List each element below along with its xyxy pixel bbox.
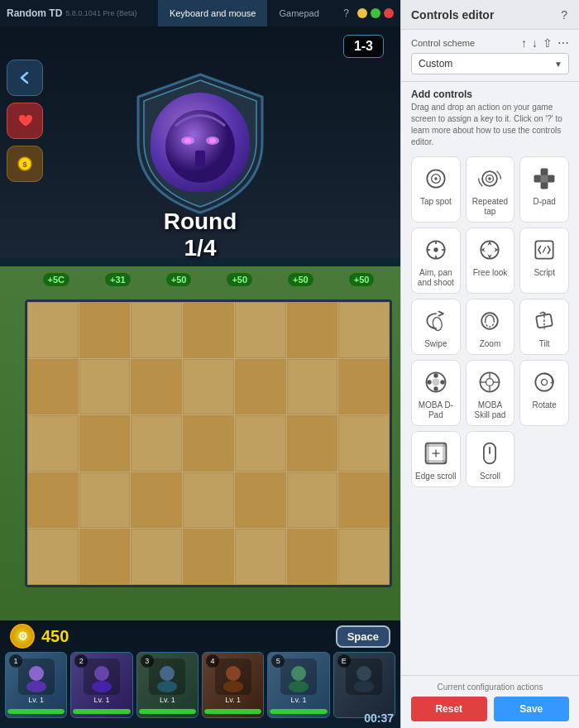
window-controls: ? (338, 7, 394, 19)
grid-cell (338, 415, 390, 472)
scheme-select-wrapper: Custom Default ▼ (411, 53, 569, 74)
control-repeated-tap[interactable]: Repeated tap (466, 156, 515, 223)
free-look-label: Free look (473, 268, 508, 278)
round-display: 1-3 (343, 35, 384, 58)
grid-cell (79, 472, 131, 529)
coin-button[interactable]: $ (7, 146, 43, 182)
save-button[interactable]: Save (494, 697, 570, 721)
hero-slot-level: Lv. 1 (137, 696, 198, 704)
hero-slot-number: 1 (9, 654, 22, 668)
control-tilt[interactable]: Tilt (519, 299, 569, 355)
control-moba-skill-pad[interactable]: MOBA Skill pad (466, 360, 515, 426)
control-dpad[interactable]: D-pad (519, 156, 569, 223)
moba-dpad-icon (421, 367, 451, 397)
grid-cell (27, 302, 79, 358)
svg-point-43 (433, 247, 438, 251)
score-5: +50 (288, 273, 313, 286)
swipe-icon (421, 306, 451, 336)
minimize-button[interactable] (357, 8, 367, 18)
control-swipe[interactable]: Swipe (411, 299, 461, 355)
svg-point-13 (94, 666, 109, 681)
bottom-hud: ⚙ 450 Space 1 Lv. 1 2 (0, 620, 400, 728)
control-scroll[interactable]: Scroll (466, 431, 515, 487)
tilt-icon (529, 306, 559, 336)
menu-icon[interactable]: ⋯ (557, 36, 569, 50)
control-free-look[interactable]: Free look (466, 228, 515, 294)
control-rotate[interactable]: Rotate (519, 360, 569, 426)
hero-slots: 1 Lv. 1 2 Lv. 1 3 (0, 652, 400, 718)
svg-point-47 (432, 317, 443, 332)
grid-cell (27, 529, 79, 585)
grid-cell (131, 359, 182, 415)
panel-title: Controls editor (411, 8, 494, 22)
health-button[interactable] (7, 103, 43, 139)
share-icon[interactable]: ⇧ (543, 36, 553, 50)
hero-slot-1[interactable]: 1 Lv. 1 (5, 652, 67, 718)
game-panel: Random TD 5.8.0.1041 Pre (Beta) Keyboard… (0, 0, 400, 728)
grid-cell (183, 415, 234, 472)
svg-point-54 (433, 386, 438, 390)
tab-bar: Keyboard and mouse Gamepad (158, 0, 331, 26)
help-icon[interactable]: ? (338, 7, 354, 19)
scroll-label: Scroll (480, 472, 500, 481)
controls-grid: Tap spot Repeated tap (411, 156, 569, 487)
score-row: +5C +31 +50 +50 +50 +50 (25, 273, 392, 286)
upload-icon[interactable]: ↑ (521, 36, 527, 50)
grid-cell (235, 529, 286, 585)
app-version: 5.8.0.1041 Pre (Beta) (65, 9, 136, 17)
grid-cell (131, 302, 182, 358)
control-zoom[interactable]: Zoom (466, 299, 515, 355)
grid-cell (79, 302, 131, 358)
svg-point-16 (160, 666, 175, 681)
action-buttons: Reset Save (411, 697, 569, 721)
control-aim-pan-shoot[interactable]: Aim, pan and shoot (411, 228, 461, 294)
score-1: +5C (43, 273, 70, 286)
control-moba-dpad[interactable]: MOBA D-Pad (411, 360, 461, 426)
control-scheme-section: Control scheme ↑ ↓ ⇧ ⋯ Custom Default ▼ (401, 30, 579, 82)
grid-cell (79, 359, 131, 415)
round-text-area: Round 1/4 (164, 208, 237, 261)
tilt-label: Tilt (539, 339, 550, 349)
hero-slot-hp-bar (73, 709, 130, 714)
hero-face (151, 93, 250, 192)
control-edge-scroll[interactable]: Edge scroll (411, 431, 461, 487)
aim-pan-shoot-icon (421, 235, 451, 265)
svg-rect-37 (541, 175, 548, 183)
hero-slot-5[interactable]: 5 Lv. 1 (267, 652, 329, 718)
svg-point-25 (356, 666, 371, 681)
panel-help-icon[interactable]: ? (559, 7, 569, 23)
hero-slot-6[interactable]: E (333, 652, 395, 718)
svg-point-17 (157, 681, 177, 692)
back-button[interactable] (7, 60, 43, 96)
svg-rect-35 (534, 175, 542, 183)
close-button[interactable] (384, 8, 394, 18)
hero-slot-2[interactable]: 2 Lv. 1 (70, 652, 132, 718)
svg-rect-69 (443, 443, 446, 464)
gold-value: 450 (41, 627, 69, 646)
grid-cell (287, 359, 338, 415)
hero-slot-level: Lv. 1 (203, 696, 263, 704)
tab-keyboard[interactable]: Keyboard and mouse (158, 0, 268, 26)
tab-gamepad[interactable]: Gamepad (267, 0, 330, 26)
gold-icon: ⚙ (10, 624, 35, 649)
moba-skill-pad-icon (475, 367, 505, 397)
hero-slot-level: Lv. 1 (71, 696, 132, 704)
app-title: Random TD (7, 7, 62, 19)
space-key-badge[interactable]: Space (336, 625, 390, 648)
scheme-select[interactable]: Custom Default (411, 53, 569, 74)
control-script[interactable]: Script (519, 228, 569, 294)
gold-row: ⚙ 450 Space (0, 620, 400, 652)
hero-slot-level: Lv. 1 (268, 696, 328, 704)
repeated-tap-icon (475, 164, 505, 194)
grid-cell (287, 302, 338, 358)
download-icon[interactable]: ↓ (532, 36, 538, 50)
reset-button[interactable]: Reset (411, 697, 487, 721)
hero-slot-4[interactable]: 4 Lv. 1 (202, 652, 264, 718)
hero-slot-hp-bar (204, 709, 261, 714)
maximize-button[interactable] (371, 8, 380, 18)
grid-cell (287, 472, 338, 529)
grid-cell (235, 472, 286, 529)
svg-point-29 (434, 177, 438, 180)
hero-slot-3[interactable]: 3 Lv. 1 (136, 652, 199, 718)
control-tap-spot[interactable]: Tap spot (411, 156, 461, 223)
